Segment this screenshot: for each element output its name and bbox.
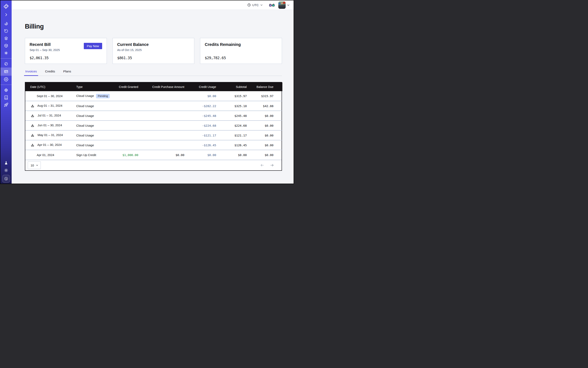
invoice-type: Cloud Usage: [76, 124, 94, 127]
column-header-date: Date (UTC): [25, 83, 76, 91]
download-invoice-button[interactable]: [30, 124, 35, 128]
credits-remaining-card: Credits Remaining $29,782.65: [200, 38, 282, 64]
sun-icon: [4, 168, 8, 173]
download-invoice-button[interactable]: [30, 143, 35, 147]
orbit-logo-icon: [0, 3, 12, 9]
account-menu[interactable]: [278, 1, 290, 9]
credit-usage-cell: -$121.17: [188, 130, 219, 140]
sidebar-item-history[interactable]: [0, 27, 12, 35]
sidebar-divider: [0, 85, 12, 85]
table-footer: 10: [25, 160, 281, 170]
invoice-row: Jul 01 – 31, 2024 Cloud Usage -$245.48 $…: [25, 111, 282, 120]
credit-usage-cell: $0.00: [188, 150, 219, 160]
topbar: UTC: [12, 0, 294, 10]
invoice-date: Aug 01 – 31, 2024: [37, 104, 62, 107]
invoice-row: Sept 01 – 30, 2024 Cloud UsagePending $0…: [25, 91, 282, 101]
sidebar-item-usage[interactable]: [0, 60, 12, 67]
download-icon: [31, 143, 35, 147]
credits-button[interactable]: $: [2, 175, 10, 183]
pagination-controls: [260, 163, 274, 167]
gauge-icon: [4, 62, 8, 66]
credit-granted-cell: [113, 111, 142, 120]
card-amount: $29,782.65: [205, 56, 226, 60]
download-icon: [31, 124, 35, 128]
subtotal-cell: $121.17: [219, 130, 250, 140]
tab-invoices[interactable]: Invoices: [25, 70, 37, 76]
sidebar-item-functions[interactable]: [0, 49, 12, 57]
balance-due-cell: $0.00: [250, 140, 282, 150]
book-sparkle-icon: [4, 95, 8, 100]
balance-due-cell: $0.00: [250, 130, 282, 140]
invoice-date: May 01 – 31, 2024: [37, 133, 63, 137]
glasses-icon: [269, 3, 275, 7]
sidebar-item-launch[interactable]: [0, 101, 12, 109]
pay-now-button[interactable]: Pay Now: [84, 43, 102, 49]
page-title: Billing: [25, 23, 282, 30]
invoice-type: Cloud Usage: [76, 104, 94, 108]
credit-granted-cell: [113, 140, 142, 150]
subtotal-cell: $126.45: [219, 140, 250, 150]
tab-credits[interactable]: Credits: [45, 70, 55, 76]
rocket-icon: [4, 103, 8, 107]
tab-plans[interactable]: Plans: [63, 70, 72, 76]
balance-due-cell: $0.00: [250, 150, 282, 160]
helm-icon: [4, 88, 8, 92]
sidebar-item-labs[interactable]: [0, 159, 12, 167]
sidebar: $: [0, 0, 12, 184]
download-invoice-button[interactable]: [30, 104, 35, 108]
invoice-type: Cloud Usage: [76, 143, 94, 147]
download-invoice-button[interactable]: [30, 114, 35, 118]
sidebar-item-packages[interactable]: [0, 42, 12, 49]
cube-icon: [4, 44, 8, 48]
billing-tabs: Invoices Credits Plans: [25, 70, 282, 76]
chevron-down-icon: [260, 3, 263, 7]
sidebar-item-billing[interactable]: [0, 67, 12, 76]
credit-purchase-cell: $0.00: [142, 150, 188, 160]
sidebar-expand-button[interactable]: [0, 11, 12, 18]
status-badge: Pending: [96, 94, 110, 98]
invoice-date: Apr 01 – 30, 2024: [37, 143, 62, 147]
balance-due-cell: $42.88: [250, 101, 282, 111]
credit-granted-cell: [113, 120, 142, 130]
asterisk-icon: [4, 51, 8, 55]
column-header-subtotal: Subtotal: [219, 83, 250, 91]
sidebar-bottom-group: $: [0, 159, 12, 184]
dollar-badge-icon: $: [4, 176, 9, 181]
previous-page-button[interactable]: [260, 163, 264, 167]
sidebar-item-observe[interactable]: [0, 20, 12, 27]
column-header-credit-purchase: Credit Purchase Amount: [142, 83, 188, 91]
layers-icon: [4, 36, 8, 41]
svg-text:$: $: [5, 177, 7, 180]
invoice-row: Apr 01 – 30, 2024 Cloud Usage -$126.45 $…: [25, 140, 282, 150]
credit-granted-cell: [113, 101, 142, 111]
sidebar-item-support[interactable]: [0, 86, 12, 94]
page-size-select[interactable]: 10: [28, 161, 41, 169]
invoice-type: Sign Up Credit: [76, 153, 96, 157]
reader-mode-button[interactable]: [269, 3, 275, 7]
subtotal-cell: $245.48: [219, 111, 250, 120]
credit-purchase-cell: [142, 111, 188, 120]
invoice-type: Cloud Usage: [76, 134, 94, 137]
invoice-type: Cloud Usage: [76, 94, 94, 98]
sidebar-item-layers[interactable]: [0, 35, 12, 42]
table-header-row: Date (UTC) Type Credit Granted Credit Pu…: [25, 83, 282, 91]
invoice-row: Apr 01, 2024 Sign Up Credit $1,000.00 $0…: [25, 150, 282, 160]
sidebar-item-docs[interactable]: [0, 94, 12, 101]
invoice-row: Jun 01 – 30, 2024 Cloud Usage -$224.68 $…: [25, 120, 282, 130]
column-header-type: Type: [76, 83, 113, 91]
timezone-selector[interactable]: UTC: [247, 3, 263, 7]
sidebar-item-settings[interactable]: [0, 76, 12, 83]
credit-usage-cell: -$126.45: [188, 140, 219, 150]
credit-usage-cell: $0.00: [188, 91, 219, 101]
invoice-date: Jul 01 – 31, 2024: [37, 114, 61, 117]
next-page-button[interactable]: [270, 163, 274, 167]
invoice-type: Cloud Usage: [76, 114, 94, 118]
card-subtitle: As of Oct 15, 2025: [117, 48, 190, 52]
balance-due-cell: $0.00: [250, 111, 282, 120]
gear-icon: [4, 77, 8, 82]
invoice-date: Apr 01, 2024: [37, 153, 54, 157]
theme-toggle-button[interactable]: [0, 167, 12, 174]
summary-cards: Recent Bill Sep 01 – Sep 30, 2025 $2,061…: [25, 38, 282, 64]
download-invoice-button[interactable]: [30, 133, 35, 137]
invoice-date: Jun 01 – 30, 2024: [37, 123, 62, 127]
